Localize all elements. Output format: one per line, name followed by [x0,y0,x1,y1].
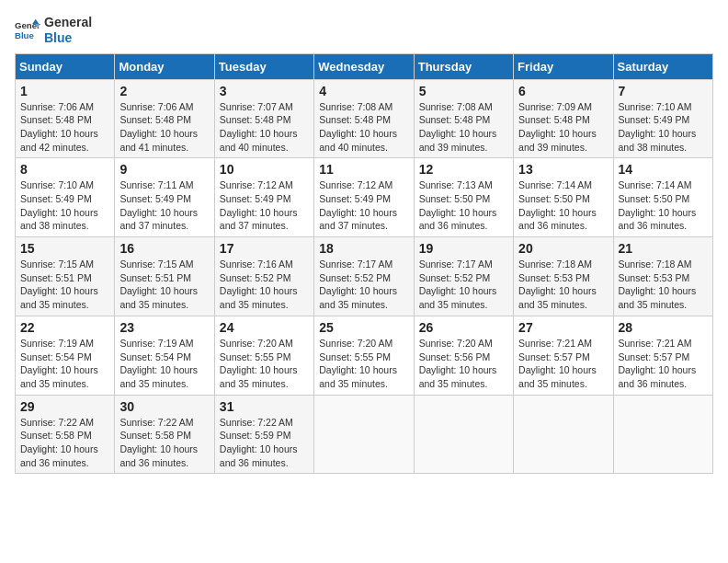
logo-icon: General Blue [15,17,40,43]
day-number: 17 [220,241,309,256]
day-info: Sunrise: 7:12 AMSunset: 5:49 PMDaylight:… [319,178,408,233]
logo: General Blue General Blue [15,15,92,46]
calendar-day-3: 3Sunrise: 7:07 AMSunset: 5:48 PMDaylight… [214,79,313,158]
calendar-week-4: 22Sunrise: 7:19 AMSunset: 5:54 PMDayligh… [16,316,713,395]
day-number: 7 [619,84,708,98]
day-info: Sunrise: 7:15 AMSunset: 5:51 PMDaylight:… [20,258,109,312]
calendar-day-9: 9Sunrise: 7:11 AMSunset: 5:49 PMDaylight… [115,158,214,237]
day-number: 2 [119,84,209,98]
day-number: 16 [119,241,209,256]
day-info: Sunrise: 7:22 AMSunset: 5:59 PMDaylight:… [220,416,309,470]
day-info: Sunrise: 7:22 AMSunset: 5:58 PMDaylight:… [119,416,209,470]
day-number: 14 [619,162,708,177]
day-info: Sunrise: 7:06 AMSunset: 5:48 PMDaylight:… [119,100,209,155]
calendar-day-7: 7Sunrise: 7:10 AMSunset: 5:49 PMDaylight… [613,79,712,158]
calendar-day-28: 28Sunrise: 7:21 AMSunset: 5:57 PMDayligh… [613,316,712,395]
day-info: Sunrise: 7:07 AMSunset: 5:48 PMDaylight:… [220,100,309,155]
calendar-week-1: 1Sunrise: 7:06 AMSunset: 5:48 PMDaylight… [16,79,713,158]
day-info: Sunrise: 7:08 AMSunset: 5:48 PMDaylight:… [319,100,408,155]
day-info: Sunrise: 7:10 AMSunset: 5:49 PMDaylight:… [20,178,109,233]
calendar-day-12: 12Sunrise: 7:13 AMSunset: 5:50 PMDayligh… [414,158,513,237]
day-number: 12 [419,162,508,177]
calendar-day-10: 10Sunrise: 7:12 AMSunset: 5:49 PMDayligh… [214,158,313,237]
day-number: 13 [518,162,608,177]
calendar-day-20: 20Sunrise: 7:18 AMSunset: 5:53 PMDayligh… [514,237,613,316]
day-info: Sunrise: 7:10 AMSunset: 5:49 PMDaylight:… [619,100,708,155]
header-cell-thursday: Thursday [414,53,513,79]
day-number: 18 [319,241,408,256]
calendar-day-1: 1Sunrise: 7:06 AMSunset: 5:48 PMDaylight… [16,79,115,158]
day-number: 1 [20,84,109,98]
calendar-day-2: 2Sunrise: 7:06 AMSunset: 5:48 PMDaylight… [115,79,214,158]
day-info: Sunrise: 7:21 AMSunset: 5:57 PMDaylight:… [518,337,608,391]
header-cell-friday: Friday [514,53,613,79]
header-row: SundayMondayTuesdayWednesdayThursdayFrid… [16,53,713,79]
day-info: Sunrise: 7:21 AMSunset: 5:57 PMDaylight:… [619,337,708,391]
svg-text:Blue: Blue [15,30,34,40]
calendar-day-24: 24Sunrise: 7:20 AMSunset: 5:55 PMDayligh… [214,316,313,395]
calendar-day-5: 5Sunrise: 7:08 AMSunset: 5:48 PMDaylight… [414,79,513,158]
day-info: Sunrise: 7:22 AMSunset: 5:58 PMDaylight:… [20,416,109,470]
page-header: General Blue General Blue [15,15,713,46]
calendar-body: 1Sunrise: 7:06 AMSunset: 5:48 PMDaylight… [16,79,713,474]
day-info: Sunrise: 7:17 AMSunset: 5:52 PMDaylight:… [419,258,508,312]
day-number: 8 [20,162,109,177]
day-info: Sunrise: 7:08 AMSunset: 5:48 PMDaylight:… [419,100,508,155]
calendar-day-21: 21Sunrise: 7:18 AMSunset: 5:53 PMDayligh… [613,237,712,316]
day-number: 11 [319,162,408,177]
calendar-day-17: 17Sunrise: 7:16 AMSunset: 5:52 PMDayligh… [214,237,313,316]
day-info: Sunrise: 7:15 AMSunset: 5:51 PMDaylight:… [119,258,209,312]
calendar-day-27: 27Sunrise: 7:21 AMSunset: 5:57 PMDayligh… [514,316,613,395]
day-number: 20 [518,241,608,256]
day-number: 21 [619,241,708,256]
day-number: 6 [518,84,608,98]
calendar-day-30: 30Sunrise: 7:22 AMSunset: 5:58 PMDayligh… [115,395,214,474]
day-number: 9 [119,162,209,177]
day-info: Sunrise: 7:18 AMSunset: 5:53 PMDaylight:… [518,258,608,312]
calendar-day-14: 14Sunrise: 7:14 AMSunset: 5:50 PMDayligh… [613,158,712,237]
calendar-day-18: 18Sunrise: 7:17 AMSunset: 5:52 PMDayligh… [314,237,414,316]
day-info: Sunrise: 7:09 AMSunset: 5:48 PMDaylight:… [518,100,608,155]
calendar-day-19: 19Sunrise: 7:17 AMSunset: 5:52 PMDayligh… [414,237,513,316]
day-number: 19 [419,241,508,256]
header-cell-tuesday: Tuesday [214,53,313,79]
calendar-day-empty [613,395,712,474]
day-info: Sunrise: 7:16 AMSunset: 5:52 PMDaylight:… [220,258,309,312]
day-info: Sunrise: 7:14 AMSunset: 5:50 PMDaylight:… [619,178,708,233]
logo-text-blue: Blue [44,30,92,46]
day-info: Sunrise: 7:11 AMSunset: 5:49 PMDaylight:… [119,178,209,233]
calendar-day-26: 26Sunrise: 7:20 AMSunset: 5:56 PMDayligh… [414,316,513,395]
day-info: Sunrise: 7:20 AMSunset: 5:55 PMDaylight:… [220,337,309,391]
day-number: 26 [419,320,508,335]
day-info: Sunrise: 7:20 AMSunset: 5:55 PMDaylight:… [319,337,408,391]
header-cell-monday: Monday [115,53,214,79]
day-info: Sunrise: 7:13 AMSunset: 5:50 PMDaylight:… [419,178,508,233]
calendar-day-4: 4Sunrise: 7:08 AMSunset: 5:48 PMDaylight… [314,79,414,158]
calendar-day-empty [514,395,613,474]
day-number: 31 [220,399,309,414]
day-number: 22 [20,320,109,335]
logo-text-general: General [44,15,92,30]
day-number: 10 [220,162,309,177]
day-number: 5 [419,84,508,98]
day-info: Sunrise: 7:14 AMSunset: 5:50 PMDaylight:… [518,178,608,233]
day-number: 25 [319,320,408,335]
calendar-day-25: 25Sunrise: 7:20 AMSunset: 5:55 PMDayligh… [314,316,414,395]
calendar-day-22: 22Sunrise: 7:19 AMSunset: 5:54 PMDayligh… [16,316,115,395]
day-number: 29 [20,399,109,414]
day-info: Sunrise: 7:17 AMSunset: 5:52 PMDaylight:… [319,258,408,312]
calendar-day-11: 11Sunrise: 7:12 AMSunset: 5:49 PMDayligh… [314,158,414,237]
day-info: Sunrise: 7:12 AMSunset: 5:49 PMDaylight:… [220,178,309,233]
day-info: Sunrise: 7:06 AMSunset: 5:48 PMDaylight:… [20,100,109,155]
day-number: 27 [518,320,608,335]
day-info: Sunrise: 7:19 AMSunset: 5:54 PMDaylight:… [119,337,209,391]
calendar-day-8: 8Sunrise: 7:10 AMSunset: 5:49 PMDaylight… [16,158,115,237]
calendar-day-15: 15Sunrise: 7:15 AMSunset: 5:51 PMDayligh… [16,237,115,316]
header-cell-wednesday: Wednesday [314,53,414,79]
calendar-day-empty [414,395,513,474]
calendar-day-23: 23Sunrise: 7:19 AMSunset: 5:54 PMDayligh… [115,316,214,395]
calendar-day-31: 31Sunrise: 7:22 AMSunset: 5:59 PMDayligh… [214,395,313,474]
calendar-week-2: 8Sunrise: 7:10 AMSunset: 5:49 PMDaylight… [16,158,713,237]
day-info: Sunrise: 7:18 AMSunset: 5:53 PMDaylight:… [619,258,708,312]
calendar-day-6: 6Sunrise: 7:09 AMSunset: 5:48 PMDaylight… [514,79,613,158]
